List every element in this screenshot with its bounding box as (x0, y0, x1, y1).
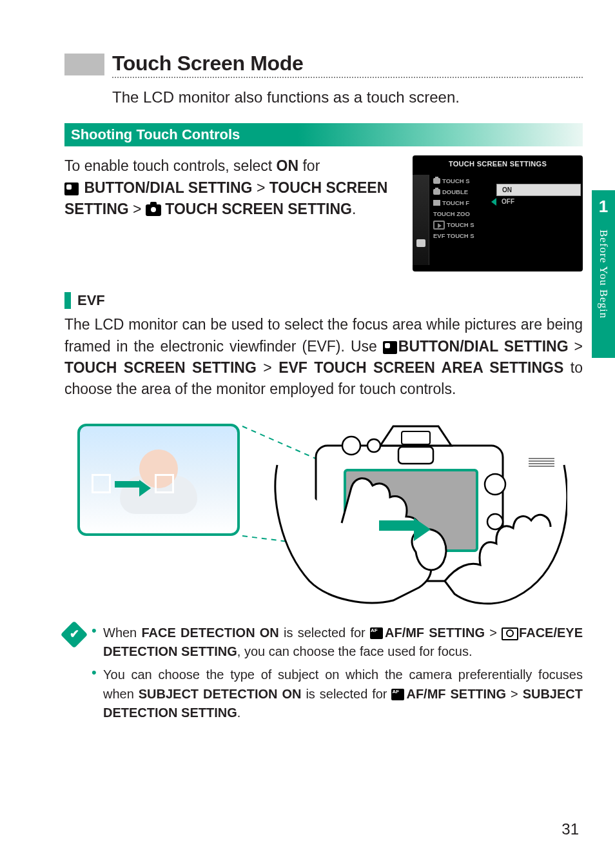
chapter-number: 1 (599, 197, 608, 217)
focus-box (92, 474, 111, 493)
camera-icon (433, 189, 440, 195)
svg-point-10 (487, 514, 503, 529)
text-on: ON (277, 157, 299, 174)
page: 1 Before You Begin Touch Screen Mode The… (0, 0, 615, 868)
subheading: EVF (64, 292, 583, 309)
svg-point-9 (485, 474, 505, 495)
face-icon (502, 627, 517, 639)
subheading-text: EVF (77, 292, 105, 309)
heading-underline (112, 77, 583, 78)
menu-path: TOUCH SCREEN SETTING (161, 201, 352, 217)
menu-item: TOUCH S (429, 219, 494, 230)
text: To enable touch controls, select (64, 157, 277, 174)
arrow-icon (379, 514, 434, 537)
text: When (103, 626, 141, 640)
tip-check-icon (61, 621, 88, 648)
menu-path: EVF TOUCH SCREEN AREA SETTINGS (278, 359, 563, 376)
menu-option-on: ON (496, 184, 581, 196)
focus-box (155, 474, 174, 493)
menu-item-label: TOUCH S (447, 221, 474, 228)
svg-rect-3 (402, 431, 430, 444)
menu-item: DOUBLE (429, 186, 494, 197)
page-number: 31 (561, 820, 579, 838)
menu-title: TOUCH SCREEN SETTINGS (413, 155, 583, 174)
menu-items: TOUCH S DOUBLE TOUCH F TOUCH ZOO TOUCH S… (429, 175, 494, 241)
text: , you can choose the face used for focus… (237, 644, 473, 658)
text: > (506, 687, 523, 701)
heading-row: Touch Screen Mode (64, 52, 583, 75)
menu-path: BUTTON/DIAL SETTING (398, 338, 569, 355)
illustration (77, 420, 567, 613)
section-bar: Shooting Touch Controls (64, 123, 583, 146)
text-bold: FACE DETECTION ON (141, 626, 278, 640)
camera-icon (146, 204, 161, 216)
menu-item-label: TOUCH S (442, 177, 470, 184)
text: > (253, 179, 269, 196)
camera-icon (433, 178, 440, 184)
chapter-tab: 1 Before You Begin (592, 190, 615, 358)
menu-item: TOUCH S (429, 175, 494, 186)
play-icon (433, 221, 445, 230)
menu-item-label: TOUCH ZOO (433, 210, 470, 217)
tip-list: When FACE DETECTION ON is selected for A… (92, 624, 583, 727)
tip-item: When FACE DETECTION ON is selected for A… (92, 624, 583, 662)
menu-path: AF/MF SETTING (406, 687, 506, 701)
menu-item: EVF TOUCH S (429, 230, 494, 241)
text: is selected for (279, 626, 370, 640)
text: . (237, 705, 241, 720)
wrench-icon (383, 341, 397, 354)
wrench-icon (64, 182, 79, 195)
menu-path: AF/MF SETTING (385, 626, 485, 640)
arrow-icon (115, 478, 151, 491)
fn-icon (433, 200, 440, 206)
afmf-icon (370, 627, 383, 639)
menu-path: TOUCH SCREEN SETTING (64, 359, 257, 376)
wrench-icon (416, 239, 425, 247)
svg-point-5 (342, 437, 360, 455)
lcd-preview (77, 424, 240, 536)
menu-item-label: DOUBLE (442, 188, 468, 195)
heading-block-icon (64, 54, 104, 75)
menu-sidebar (413, 175, 429, 265)
page-title: Touch Screen Mode (112, 52, 304, 75)
text: > (129, 201, 146, 217)
menu-item-label: TOUCH F (442, 199, 469, 206)
text: > (569, 338, 583, 355)
menu-option-off: OFF (496, 196, 581, 208)
menu-item: TOUCH F (429, 197, 494, 208)
menu-item: TOUCH ZOO (429, 208, 494, 219)
evf-paragraph: The LCD monitor can be used to select th… (64, 314, 583, 400)
menu-body: TOUCH S DOUBLE TOUCH F TOUCH ZOO TOUCH S… (429, 175, 583, 265)
afmf-icon (391, 689, 404, 700)
text: is selected for (301, 687, 391, 701)
text-bold: SUBJECT DETECTION ON (139, 687, 302, 701)
text: . (352, 201, 356, 217)
menu-arrow-icon (491, 198, 496, 206)
svg-point-6 (367, 439, 380, 452)
tip-item: You can choose the type of subject on wh… (92, 666, 583, 723)
svg-rect-4 (398, 447, 433, 464)
intro-text: To enable touch controls, select ON for … (64, 155, 400, 271)
text: > (485, 626, 502, 640)
text: for (298, 157, 320, 174)
camera-menu-screenshot: TOUCH SCREEN SETTINGS TOUCH S DOUBLE TOU… (413, 155, 583, 271)
menu-item-label: EVF TOUCH S (433, 232, 474, 239)
text: > (257, 359, 278, 376)
menu-path: BUTTON/DIAL SETTING (84, 179, 252, 196)
tip-block: When FACE DETECTION ON is selected for A… (64, 624, 583, 727)
menu-options: ON OFF (496, 184, 581, 208)
chapter-label: Before You Begin (597, 230, 610, 319)
subheading-bar-icon (64, 292, 71, 309)
intro-row: To enable touch controls, select ON for … (64, 155, 583, 271)
lead-text: The LCD monitor also functions as a touc… (112, 87, 583, 108)
